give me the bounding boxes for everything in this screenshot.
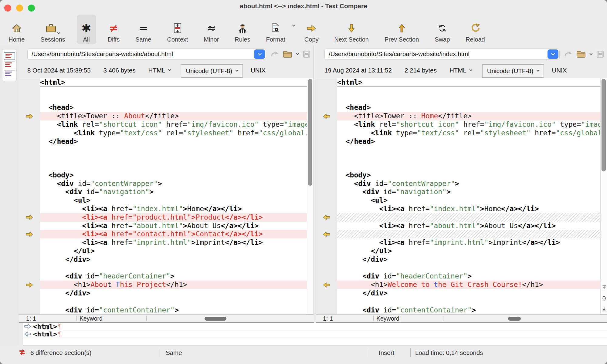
gutter-row [19, 272, 40, 281]
left-path-field[interactable]: /Users/brunobrito/Sites/carparts-website… [27, 49, 266, 60]
gutter-row [316, 146, 337, 154]
left-pane-statusbar: 1: 1 Keyword [19, 314, 314, 323]
open-folder-button[interactable] [576, 50, 586, 58]
diff-right-arrow-icon[interactable] [19, 281, 40, 289]
diff-line-row: <li><a href="product.html">Product</a></… [40, 213, 307, 222]
diff-left-arrow-icon[interactable] [316, 112, 337, 120]
code-line-row [40, 154, 307, 163]
code-line-row: <html> [337, 78, 600, 87]
chevron-down-icon[interactable] [296, 52, 299, 55]
comparison-thumbnail-3[interactable] [4, 70, 15, 78]
right-horizontal-scrollbar[interactable] [508, 317, 521, 321]
right-path-field[interactable]: /Users/brunobrito/Sites/carparts-website… [324, 49, 560, 60]
gutter-row [316, 95, 337, 104]
toolbar-item-prev-section[interactable]: Prev Section [380, 15, 423, 44]
right-file-info-bar: 19 Aug 2024 at 13:11:52 2 214 bytes HTML… [316, 62, 607, 78]
gutter-row [316, 255, 337, 264]
right-format-dropdown[interactable]: HTML [449, 67, 472, 74]
format-chevron-down-icon[interactable] [293, 15, 295, 44]
toolbar-item-diffs[interactable]: ≠Diffs [103, 15, 124, 44]
toolbar-item-label: All [83, 36, 90, 43]
diff-right-arrow-icon[interactable] [19, 213, 40, 222]
right-path-dropdown-button[interactable] [548, 49, 558, 59]
toolbar-item-next-section[interactable]: Next Section [330, 15, 373, 44]
toolbar-item-sessions[interactable]: Sessions [36, 15, 69, 44]
toolbar-item-context[interactable]: Context [163, 15, 192, 44]
toolbar-item-label: Next Section [334, 36, 369, 43]
format-icon [270, 21, 281, 35]
right-modified-date: 19 Aug 2024 at 13:11:52 [324, 67, 392, 74]
prev-difference-button[interactable] [601, 285, 607, 290]
left-horizontal-scrollbar[interactable] [205, 317, 226, 321]
open-folder-button[interactable] [283, 50, 292, 58]
comparison-thumbnail-1[interactable] [4, 52, 15, 60]
diff-left-arrow-icon[interactable] [316, 213, 337, 222]
comparison-thumbnail-2[interactable] [4, 61, 15, 69]
line-detail-right[interactable]: <html> ¶ [23, 330, 607, 338]
left-format-dropdown[interactable]: HTML [148, 67, 171, 74]
save-icon[interactable] [303, 50, 310, 58]
right-code-lines[interactable]: <html> <head> <title>Tower :: Home</titl… [337, 78, 600, 314]
gutter-row [19, 247, 40, 255]
line-detail-left[interactable]: <html> ¶ [23, 323, 607, 330]
rules-icon [237, 21, 248, 35]
left-code-lines[interactable]: <html> <head> <title>Tower :: About</tit… [40, 78, 307, 314]
home-icon [12, 21, 22, 35]
gutter-row [316, 87, 337, 95]
left-file-path: /Users/brunobrito/Sites/carparts-website… [28, 50, 253, 58]
toolbar-item-all[interactable]: ✱All [77, 15, 96, 44]
gutter-row [316, 222, 337, 230]
left-file-size: 3 406 bytes [103, 67, 136, 74]
gutter-row [316, 163, 337, 171]
right-vertical-scrollbar[interactable] [600, 78, 607, 314]
left-path-dropdown-button[interactable] [254, 49, 265, 59]
toolbar-item-format[interactable]: Format [262, 15, 290, 44]
toolbar: HomeSessions✱All≠Diffs=SameContext≈Minor… [0, 13, 607, 46]
position-indicator[interactable] [601, 295, 607, 301]
toolbar-item-copy[interactable]: Copy [300, 15, 323, 44]
right-encoding-dropdown[interactable]: Unicode (UTF-8) [482, 64, 544, 78]
chevron-down-icon[interactable] [590, 52, 593, 55]
gutter-row [19, 188, 40, 196]
diff-line-row: <h1>About This Project</h1> [40, 281, 307, 289]
diff-left-arrow-icon[interactable] [316, 230, 337, 238]
code-line-row [40, 87, 307, 95]
left-vertical-scrollbar[interactable] [307, 78, 314, 314]
diff-right-arrow-icon[interactable] [19, 112, 40, 120]
left-encoding-dropdown[interactable]: Unicode (UTF-8) [181, 64, 243, 78]
difference-count: 6 difference section(s) [30, 349, 91, 356]
toolbar-item-label: Copy [304, 36, 319, 43]
left-line-ending: UNIX [251, 67, 266, 74]
code-line-row: </ul> [40, 247, 307, 255]
diff-left-arrow-icon[interactable] [316, 281, 337, 289]
code-line-row: <li><a href="imprint.html">Imprint</a></… [40, 238, 307, 247]
right-code-area: <html> <head> <title>Tower :: Home</titl… [316, 78, 607, 314]
input-mode: Insert [379, 349, 394, 356]
toolbar-item-label: Same [135, 36, 151, 43]
right-line-ending: UNIX [552, 67, 567, 74]
toolbar-item-minor[interactable]: ≈Minor [199, 15, 223, 44]
redo-icon[interactable] [564, 50, 572, 58]
code-line-row: <div id="navigation"> [40, 188, 307, 196]
diff-line-row: <li><a href="contact.html">Contact</a></… [40, 230, 307, 238]
gutter-row [19, 78, 40, 87]
vertical-scrollbar-thumb[interactable] [602, 79, 606, 171]
toolbar-item-reload[interactable]: Reload [461, 15, 489, 44]
gutter-row [19, 180, 40, 188]
right-file-path: /Users/brunobrito/Sites/carparts-website… [325, 50, 547, 58]
diff-right-arrow-icon[interactable] [19, 230, 40, 238]
toolbar-item-same[interactable]: =Same [131, 15, 155, 44]
next-difference-button[interactable] [601, 306, 607, 312]
toolbar-item-swap[interactable]: Swap [430, 15, 454, 44]
vertical-scrollbar-thumb[interactable] [308, 79, 312, 186]
gutter-row [19, 255, 40, 264]
toolbar-item-home[interactable]: Home [4, 15, 29, 44]
gutter-row [19, 289, 40, 298]
divider [158, 348, 158, 357]
toolbar-item-rules[interactable]: Rules [230, 15, 254, 44]
gutter-row [316, 205, 337, 213]
code-line-row [337, 264, 600, 272]
right-path-row: /Users/brunobrito/Sites/carparts-website… [316, 46, 607, 62]
redo-icon[interactable] [270, 50, 279, 58]
save-icon[interactable] [596, 50, 604, 58]
